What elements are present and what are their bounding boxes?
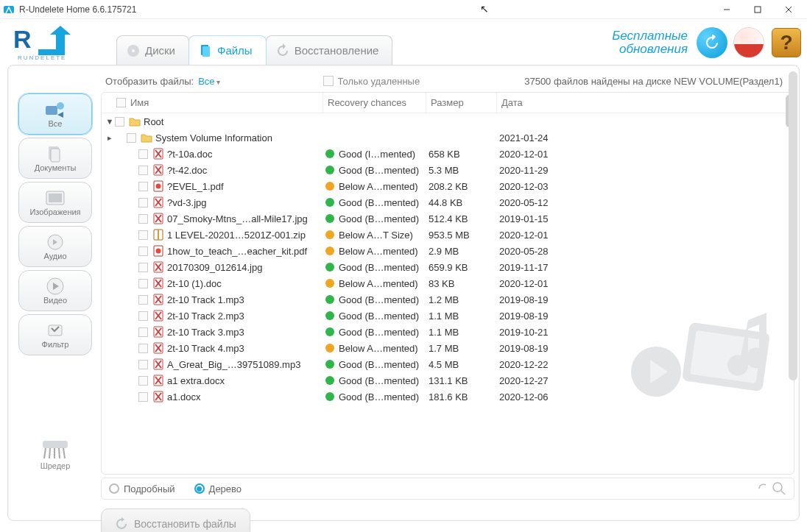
row-checkbox[interactable] (138, 279, 148, 288)
row-checkbox[interactable] (138, 149, 148, 159)
sidebar-item-images[interactable]: Изображения (18, 182, 92, 223)
file-rows: ▼Root▸System Volume Information2021-01-2… (102, 113, 794, 474)
file-row[interactable]: 07_Smoky-Mtns_…all-Mile17.jpgGood (B…men… (102, 210, 794, 227)
file-row[interactable]: ?t-42.docGood (B…mented)5.3 MB2020-11-29 (102, 162, 794, 178)
file-date: 2020-12-06 (499, 391, 588, 402)
document-icon (44, 144, 66, 163)
file-date: 2020-12-01 (499, 278, 588, 289)
file-date: 2020-05-28 (499, 246, 588, 257)
sidebar-item-documents[interactable]: Документы (18, 138, 92, 179)
file-row[interactable]: 2t-10 Track 2.mp3Good (B…mented)1.1 MB20… (102, 308, 794, 324)
row-checkbox[interactable] (138, 295, 148, 305)
file-icon (152, 294, 164, 305)
row-checkbox[interactable] (138, 182, 148, 191)
row-checkbox[interactable] (138, 344, 148, 353)
recover-button[interactable]: Восстановить файлы (101, 508, 250, 532)
row-checkbox[interactable] (138, 230, 148, 240)
recovery-chance: Good (B…mented) (339, 197, 419, 208)
svg-line-22 (49, 448, 50, 458)
sidebar-item-audio[interactable]: Аудио (18, 226, 92, 267)
status-dot-icon (325, 214, 334, 223)
shredder-icon (40, 438, 71, 461)
maximize-button[interactable] (742, 0, 773, 19)
file-date: 2020-12-27 (499, 375, 588, 386)
file-date: 2020-12-01 (499, 149, 588, 160)
file-row[interactable]: 20170309_012614.jpgGood (B…mented)659.9 … (102, 259, 794, 275)
sidebar-item-label: Фильтр (42, 340, 69, 349)
file-row[interactable]: ?t-10a.docGood (I…mented)658 KB2020-12-0… (102, 146, 794, 162)
select-all-checkbox[interactable] (116, 98, 126, 107)
column-size[interactable]: Размер (426, 93, 496, 113)
row-checkbox[interactable] (138, 198, 148, 208)
file-row[interactable]: 2t-10 Track 3.mp3Good (B…mented)1.1 MB20… (102, 324, 794, 340)
file-row[interactable]: a1.docxGood (B…mented)181.6 KB2020-12-06 (102, 389, 794, 405)
row-checkbox[interactable] (138, 392, 148, 402)
sidebar-item-filter[interactable]: Фильтр (18, 314, 92, 355)
sidebar-item-video[interactable]: Видео (18, 270, 92, 311)
file-row[interactable]: 2t-10 Track 4.mp3Below A…mented)1.7 MB20… (102, 340, 794, 356)
file-name: 1how_to_teach_…eacher_kit.pdf (167, 246, 307, 257)
tab-files[interactable]: Файлы (188, 35, 267, 65)
row-checkbox[interactable] (138, 214, 148, 224)
minimize-button[interactable] (711, 0, 742, 19)
recovery-chance: Below A…mented) (339, 181, 418, 192)
svg-line-25 (63, 448, 65, 458)
column-recovery[interactable]: Recovery chances (323, 93, 426, 113)
recovery-chance: Below A…mented) (339, 246, 418, 257)
file-size: 131.1 KB (429, 375, 499, 386)
row-checkbox[interactable] (127, 133, 136, 143)
status-dot-icon (325, 166, 334, 174)
row-checkbox[interactable] (138, 166, 148, 175)
file-name: A_Great_Big_…39751089.mp3 (167, 359, 300, 370)
row-checkbox[interactable] (138, 247, 148, 256)
file-icon (152, 358, 164, 370)
file-date: 2019-01-15 (499, 213, 588, 224)
folder-row[interactable]: ▼Root (102, 113, 794, 130)
recovery-chance: Below A…T Size) (339, 230, 413, 241)
row-checkbox[interactable] (138, 376, 148, 386)
header: R RUNDELETE Диски Файлы Восстановление Б… (0, 19, 807, 65)
file-row[interactable]: 1how_to_teach_…eacher_kit.pdfBelow A…men… (102, 243, 794, 259)
tab-disks[interactable]: Диски (116, 35, 189, 65)
language-button[interactable] (733, 27, 764, 58)
file-row[interactable]: 1 LEVEL-20201…5201Z-001.zipBelow A…T Siz… (102, 227, 794, 243)
column-name[interactable]: Имя (102, 93, 323, 113)
file-size: 658 KB (429, 149, 499, 160)
file-icon (152, 196, 164, 208)
file-icon (152, 342, 164, 354)
file-row[interactable]: A_Great_Big_…39751089.mp3Good (B…mented)… (102, 356, 794, 372)
deleted-only-checkbox[interactable] (323, 76, 334, 86)
file-date: 2020-12-22 (499, 359, 588, 370)
show-files-dropdown[interactable]: Все▾ (198, 76, 219, 87)
recovery-chance: Good (B…mented) (339, 359, 419, 370)
row-checkbox[interactable] (115, 117, 124, 127)
content-scrollbar[interactable] (789, 68, 797, 517)
file-row[interactable]: 2t-10 (1).docBelow A…mented)83 KB2020-12… (102, 275, 794, 291)
sidebar-item-label: Изображения (29, 208, 80, 216)
row-checkbox[interactable] (138, 327, 148, 337)
row-checkbox[interactable] (138, 263, 148, 272)
sidebar-item-label: Видео (43, 296, 67, 305)
file-row[interactable]: 2t-10 Track 1.mp3Good (B…mented)1.2 MB20… (102, 291, 794, 308)
search-button[interactable] (757, 481, 786, 496)
svg-rect-16 (49, 194, 62, 202)
folder-row[interactable]: ▸System Volume Information2021-01-24 (102, 130, 794, 146)
file-row[interactable]: a1 extra.docxGood (B…mented)131.1 KB2020… (102, 372, 794, 389)
row-checkbox[interactable] (138, 311, 148, 321)
row-checkbox[interactable] (138, 360, 148, 369)
file-row[interactable]: ?vd-3.jpgGood (B…mented)44.8 KB2020-05-1… (102, 194, 794, 210)
updates-button[interactable] (697, 27, 727, 58)
help-button[interactable]: ? (772, 28, 801, 57)
column-date[interactable]: Дата (496, 93, 585, 113)
sidebar-item-shredder[interactable]: Шредер (18, 433, 92, 475)
tab-recover[interactable]: Восстановление (266, 35, 393, 65)
file-name: 2t-10 (1).doc (167, 278, 222, 289)
svg-point-8 (132, 49, 135, 52)
sidebar-item-all[interactable]: Все (18, 93, 92, 135)
file-date: 2020-12-01 (499, 230, 588, 241)
view-detailed-option[interactable]: Подробный (109, 483, 175, 494)
view-tree-option[interactable]: Дерево (194, 483, 242, 494)
close-button[interactable] (773, 0, 804, 19)
deleted-only-label: Только удаленные (338, 76, 420, 87)
file-row[interactable]: ?EVEL_1.pdfBelow A…mented)208.2 KB2020-1… (102, 178, 794, 194)
